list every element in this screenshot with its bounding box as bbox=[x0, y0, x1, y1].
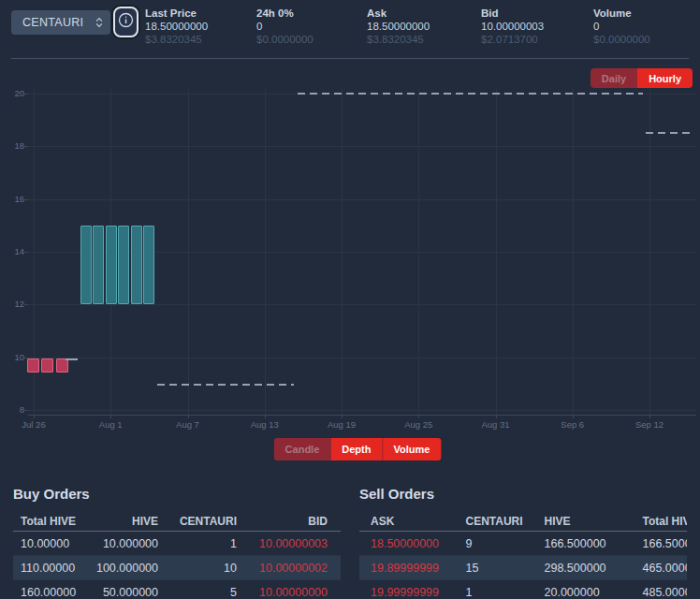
order-cell: 10.00000 bbox=[13, 537, 95, 550]
column-header: HIVE bbox=[95, 515, 165, 528]
order-cell: 20.000000 bbox=[533, 586, 632, 599]
candle-up bbox=[131, 226, 142, 304]
sell-orders-table: ASKCENTAURIHIVETotal HIVE18.500000009166… bbox=[359, 511, 687, 599]
order-cell: 19.89999999 bbox=[359, 562, 455, 575]
buy-order-row[interactable]: 10.0000010.000000110.00000003 bbox=[13, 532, 341, 556]
order-cell: 50.000000 bbox=[95, 586, 165, 599]
x-axis-tick bbox=[34, 415, 35, 418]
x-axis-label: Aug 7 bbox=[160, 419, 216, 430]
order-cell: 485.00000 bbox=[632, 586, 688, 599]
gridline-vertical bbox=[188, 89, 189, 415]
x-axis-label: Aug 25 bbox=[390, 419, 446, 430]
x-axis-label: Aug 13 bbox=[237, 419, 293, 430]
price-level-line bbox=[298, 93, 643, 95]
candle-down bbox=[41, 358, 53, 373]
column-header: CENTAURI bbox=[455, 515, 533, 528]
stat-label: Bid bbox=[481, 7, 544, 20]
gridline-vertical bbox=[649, 89, 650, 415]
column-header: Total HIVE bbox=[13, 515, 95, 528]
y-axis-tick bbox=[24, 304, 28, 305]
y-axis-label: 20 bbox=[0, 88, 24, 98]
gridline-vertical bbox=[418, 89, 419, 415]
order-cell: 18.50000000 bbox=[359, 537, 455, 550]
sell-order-row[interactable]: 19.99999999120.000000485.00000 bbox=[359, 580, 687, 599]
hourly-button[interactable]: Hourly bbox=[637, 68, 693, 88]
stat-label: Volume bbox=[593, 7, 650, 20]
price-level-line bbox=[157, 384, 294, 386]
x-axis-tick bbox=[496, 415, 497, 418]
gridline-horizontal bbox=[28, 199, 696, 200]
y-axis-label: 16 bbox=[0, 194, 24, 204]
x-axis-tick bbox=[188, 415, 189, 418]
x-axis-label: Aug 31 bbox=[468, 419, 524, 430]
order-cell: 465.00000 bbox=[632, 562, 688, 575]
interval-button-group: Daily Hourly bbox=[591, 68, 693, 88]
column-header: HIVE bbox=[533, 515, 632, 528]
y-axis-label: 14 bbox=[0, 246, 24, 256]
order-cell: 10.00000000 bbox=[242, 586, 341, 599]
stat-24h-change: 24h 0% 0 $0.0000000 bbox=[256, 7, 314, 46]
y-axis-label: 12 bbox=[0, 299, 24, 309]
stat-value: 18.50000000 bbox=[367, 20, 430, 33]
order-cell: 10.00000003 bbox=[242, 537, 341, 550]
order-cell: 19.99999999 bbox=[359, 586, 455, 599]
sell-orders-panel: Sell Orders ASKCENTAURIHIVETotal HIVE18.… bbox=[359, 486, 687, 599]
gridline-horizontal bbox=[28, 304, 696, 305]
stat-usd-value: $3.8320345 bbox=[367, 33, 430, 46]
sell-order-row[interactable]: 19.8999999915298.500000465.00000 bbox=[359, 556, 687, 580]
x-axis-label: Aug 1 bbox=[82, 419, 139, 430]
x-axis-line bbox=[28, 415, 696, 416]
stat-value: 18.50000000 bbox=[145, 20, 208, 33]
stat-label: Ask bbox=[367, 7, 430, 20]
buy-orders-table: Total HIVEHIVECENTAURIBID10.0000010.0000… bbox=[13, 511, 341, 599]
order-cell: 1 bbox=[164, 537, 242, 550]
stat-value: 0 bbox=[593, 20, 650, 33]
candle-down bbox=[27, 358, 39, 373]
candle-button[interactable]: Candle bbox=[274, 438, 331, 460]
candle-up bbox=[93, 226, 104, 304]
x-axis-tick bbox=[418, 415, 419, 418]
order-cell: 160.00000 bbox=[13, 586, 95, 599]
y-axis-tick bbox=[24, 252, 28, 253]
order-cell: 9 bbox=[455, 537, 533, 550]
buy-order-row[interactable]: 160.0000050.000000510.00000000 bbox=[13, 580, 341, 599]
x-axis-tick bbox=[573, 415, 574, 418]
x-axis-tick bbox=[342, 415, 343, 418]
token-info-button[interactable] bbox=[113, 7, 139, 37]
order-cell: 298.500000 bbox=[533, 562, 632, 575]
pair-select[interactable]: CENTAURI bbox=[11, 10, 110, 35]
x-axis-label: Sep 6 bbox=[545, 419, 601, 430]
order-cell: 166.50000 bbox=[632, 537, 688, 550]
gridline-horizontal bbox=[28, 358, 696, 358]
x-axis-label: Aug 19 bbox=[314, 419, 370, 430]
y-axis-tick bbox=[24, 146, 28, 147]
depth-button[interactable]: Depth bbox=[330, 438, 382, 460]
column-header: Total HIVE bbox=[632, 515, 688, 528]
y-axis-label: 8 bbox=[0, 404, 24, 415]
stat-ask: Ask 18.50000000 $3.8320345 bbox=[367, 7, 430, 46]
gridline-vertical bbox=[342, 89, 343, 415]
buy-orders-title: Buy Orders bbox=[13, 486, 341, 502]
stat-usd-value: $0.0000000 bbox=[593, 33, 650, 46]
stat-label: 24h 0% bbox=[256, 7, 314, 20]
price-level-line bbox=[66, 358, 78, 360]
volume-button[interactable]: Volume bbox=[382, 438, 441, 460]
gridline-horizontal bbox=[28, 146, 696, 147]
gridline-vertical bbox=[573, 89, 574, 415]
column-header: BID bbox=[242, 515, 341, 528]
x-axis-label: Jul 26 bbox=[6, 419, 62, 430]
sell-order-row[interactable]: 18.500000009166.500000166.50000 bbox=[359, 532, 687, 556]
candle-up bbox=[118, 226, 129, 304]
buy-orders-header-row: Total HIVEHIVECENTAURIBID bbox=[13, 511, 341, 532]
x-axis-tick bbox=[110, 415, 111, 418]
order-cell: 10 bbox=[164, 562, 242, 575]
daily-button[interactable]: Daily bbox=[591, 68, 637, 88]
price-level-line bbox=[646, 132, 694, 134]
y-axis-tick bbox=[24, 410, 28, 411]
buy-order-row[interactable]: 110.00000100.0000001010.00000002 bbox=[13, 556, 341, 580]
order-cell: 1 bbox=[455, 586, 533, 599]
pair-select-value: CENTAURI bbox=[22, 16, 95, 29]
order-cell: 10.000000 bbox=[95, 537, 165, 550]
y-axis-tick bbox=[24, 199, 28, 200]
stat-usd-value: $0.0000000 bbox=[256, 33, 314, 46]
